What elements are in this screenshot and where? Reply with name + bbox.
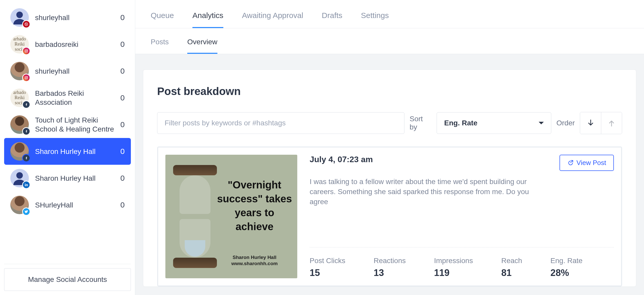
post-breakdown-panel: Post breakdown Sort by Eng. Rate Order (143, 70, 636, 287)
thumbnail-quote: "Overnight success" takes years to achie… (217, 178, 292, 233)
post-thumbnail: "Overnight success" takes years to achie… (165, 155, 297, 278)
primary-tab[interactable]: Awaiting Approval (242, 11, 303, 28)
facebook-badge-icon (22, 100, 30, 109)
post-text: I was talking to a fellow writer about t… (310, 177, 547, 207)
sidebar-account-item[interactable]: arbadoReikisocia Barbados Reiki Associat… (4, 84, 131, 111)
thumbnail-attrib-name: Sharon Hurley Hall (217, 254, 292, 261)
app-root: shurleyhall 0 arbadoReikisocia barbadosr… (0, 0, 644, 295)
filter-input[interactable] (157, 112, 404, 134)
metric: Impressions 119 (434, 257, 473, 278)
post-header: July 4, 07:23 am View Post (310, 155, 614, 171)
thumbnail-attribution: Sharon Hurley Hall www.sharonhh.com (217, 254, 292, 267)
account-label: SHurleyHall (35, 201, 114, 210)
view-post-label: View Post (577, 159, 606, 167)
arrow-down-icon (587, 119, 595, 127)
filter-row: Sort by Eng. Rate Order (157, 112, 622, 134)
external-link-icon (567, 160, 574, 166)
metric-value: 28% (550, 267, 583, 278)
metric-value: 81 (501, 267, 522, 278)
metric: Reach 81 (501, 257, 522, 278)
instagram-badge-icon (22, 47, 30, 55)
instagram-badge-icon (22, 74, 30, 82)
order-asc-button[interactable] (601, 112, 622, 134)
hourglass-illustration (173, 165, 217, 268)
sort-by-label: Sort by (410, 115, 431, 131)
primary-tab[interactable]: Queue (151, 11, 174, 28)
primary-tab[interactable]: Analytics (192, 11, 223, 28)
metric: Post Clicks 15 (310, 257, 345, 278)
avatar-wrap (10, 115, 29, 134)
tabs-primary: QueueAnalyticsAwaiting ApprovalDraftsSet… (135, 0, 644, 28)
post-body: July 4, 07:23 am View Post I was talki (310, 155, 614, 278)
avatar-wrap: arbadoReikisocia (10, 35, 29, 54)
content-area: Post breakdown Sort by Eng. Rate Order (135, 54, 644, 295)
account-label: shurleyhall (35, 13, 114, 22)
facebook-badge-icon (22, 154, 30, 162)
account-label: shurleyhall (35, 67, 114, 76)
facebook-badge-icon (22, 127, 30, 135)
sidebar-account-item[interactable]: SHurleyHall 0 (4, 192, 131, 218)
sidebar: shurleyhall 0 arbadoReikisocia barbadosr… (0, 0, 135, 295)
metrics-row: Post Clicks 15 Reactions 13 Impressions … (310, 247, 614, 278)
panel-title: Post breakdown (157, 85, 622, 98)
avatar-wrap (10, 169, 29, 187)
sidebar-account-item[interactable]: Sharon Hurley Hall 0 (4, 138, 131, 165)
post-card: "Overnight success" takes years to achie… (157, 146, 622, 287)
sort-select-value: Eng. Rate (444, 119, 477, 127)
thumbnail-attrib-url: www.sharonhh.com (217, 261, 292, 267)
account-label: Touch of Light Reiki School & Healing Ce… (35, 116, 114, 134)
account-count: 0 (120, 40, 125, 49)
sidebar-account-item[interactable]: shurleyhall 0 (4, 4, 131, 31)
primary-tab[interactable]: Settings (361, 11, 389, 28)
primary-tab[interactable]: Drafts (322, 11, 342, 28)
main: QueueAnalyticsAwaiting ApprovalDraftsSet… (135, 0, 644, 295)
post-date: July 4, 07:23 am (310, 155, 373, 164)
metric-label: Impressions (434, 257, 473, 265)
metric-value: 15 (310, 267, 345, 278)
metric-label: Reactions (374, 257, 406, 265)
metric-label: Reach (501, 257, 522, 265)
account-label: barbadosreiki (35, 40, 114, 49)
avatar-wrap (10, 196, 29, 214)
sidebar-account-item[interactable]: shurleyhall 0 (4, 58, 131, 84)
sidebar-account-item[interactable]: arbadoReikisocia barbadosreiki 0 (4, 31, 131, 58)
avatar-wrap (10, 142, 29, 161)
account-label: Barbados Reiki Association (35, 89, 114, 107)
order-label: Order (556, 119, 575, 127)
order-desc-button[interactable] (580, 112, 601, 134)
view-post-button[interactable]: View Post (560, 155, 614, 171)
account-label: Sharon Hurley Hall (35, 174, 114, 183)
metric-value: 119 (434, 267, 473, 278)
secondary-tab[interactable]: Overview (187, 38, 217, 54)
sort-select[interactable]: Eng. Rate (437, 112, 551, 134)
metric: Eng. Rate 28% (550, 257, 583, 278)
chevron-down-icon (539, 122, 544, 124)
secondary-tab[interactable]: Posts (151, 38, 169, 54)
manage-social-accounts-label: Manage Social Accounts (28, 275, 107, 284)
account-count: 0 (120, 67, 125, 75)
order-toggle-group (580, 112, 622, 134)
avatar-wrap: arbadoReikisocia (10, 89, 29, 107)
metric-label: Post Clicks (310, 257, 345, 265)
account-count: 0 (120, 147, 125, 156)
arrow-up-icon (607, 119, 616, 127)
metric-value: 13 (374, 267, 406, 278)
sidebar-divider (4, 264, 131, 264)
linkedin-badge-icon (22, 181, 30, 189)
tabs-secondary: PostsOverview (135, 28, 644, 54)
sidebar-account-item[interactable]: Touch of Light Reiki School & Healing Ce… (4, 111, 131, 138)
metric: Reactions 13 (374, 257, 406, 278)
account-list: shurleyhall 0 arbadoReikisocia barbadosr… (0, 4, 135, 260)
account-count: 0 (120, 13, 125, 22)
account-count: 0 (120, 120, 125, 129)
account-count: 0 (120, 93, 125, 102)
account-label: Sharon Hurley Hall (35, 147, 114, 156)
account-count: 0 (120, 201, 125, 209)
sidebar-account-item[interactable]: Sharon Hurley Hall 0 (4, 165, 131, 192)
account-count: 0 (120, 174, 125, 183)
metric-label: Eng. Rate (550, 257, 583, 265)
pinterest-badge-icon (22, 20, 30, 28)
manage-social-accounts-button[interactable]: Manage Social Accounts (4, 268, 131, 291)
avatar-wrap (10, 8, 29, 27)
twitter-badge-icon (22, 207, 30, 216)
